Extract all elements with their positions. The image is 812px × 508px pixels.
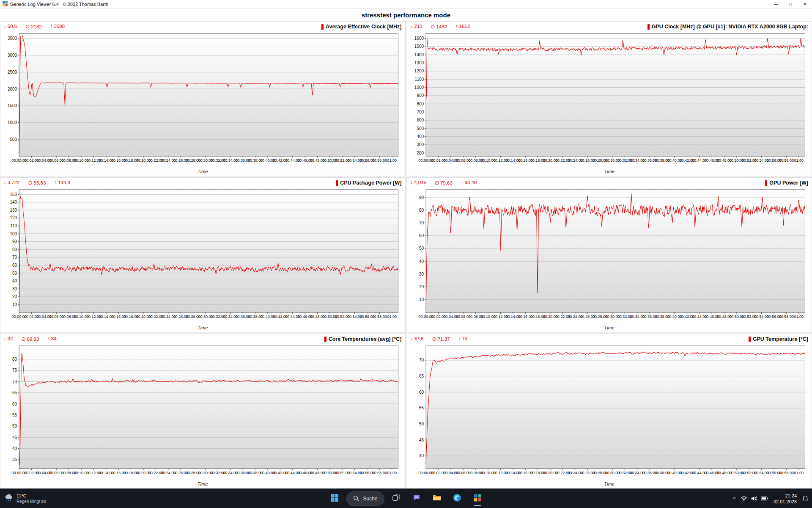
- window-title: Generic Log Viewer 6.4 - © 2022 Thomas B…: [10, 2, 108, 7]
- chart-cpu-package-power: 10203040506070809010011012013014015000:0…: [4, 187, 402, 325]
- svg-text:3000: 3000: [8, 53, 17, 58]
- active-app-icon: [473, 494, 482, 504]
- clock[interactable]: 21:24 02.01.2023: [774, 493, 797, 505]
- legend-color-icon: [749, 337, 751, 342]
- avg-icon: ∅: [431, 24, 435, 29]
- min-arrow-icon: ↓: [411, 24, 413, 29]
- svg-text:00:58:00: 00:58:00: [779, 471, 793, 475]
- svg-text:500: 500: [10, 137, 17, 142]
- panel-gpu-power: ↓4,045 ∅79,63 ↑93,49 GPU Power [W] 10203…: [407, 177, 812, 332]
- panel-average-effective-clock: ↓50,5 ∅2182 ↑3588 Average Effective Cloc…: [0, 21, 406, 176]
- chart-title: GPU Temperature [°C]: [749, 336, 808, 342]
- svg-text:40: 40: [419, 453, 424, 458]
- svg-text:00:58:00: 00:58:00: [372, 158, 387, 163]
- svg-text:50: 50: [12, 271, 17, 276]
- svg-text:1000: 1000: [414, 85, 424, 90]
- svg-text:01:00: 01:00: [387, 471, 397, 475]
- svg-text:1400: 1400: [414, 52, 424, 57]
- svg-text:1600: 1600: [414, 36, 424, 41]
- max-arrow-icon: ↑: [50, 24, 53, 29]
- svg-text:3500: 3500: [8, 36, 17, 41]
- legend-color-icon: [324, 337, 326, 342]
- svg-text:80: 80: [12, 357, 17, 362]
- svg-text:20: 20: [12, 294, 17, 299]
- maximize-button[interactable]: □: [783, 0, 798, 8]
- chart-header: ↓210 ∅1462 ↑1612 GPU Clock [MHz] @ GPU […: [411, 22, 809, 31]
- svg-text:00:58:00: 00:58:00: [372, 315, 387, 319]
- min-arrow-icon: ↓: [4, 180, 6, 185]
- chat-button[interactable]: [408, 490, 425, 507]
- svg-text:900: 900: [417, 93, 424, 98]
- svg-text:70: 70: [419, 221, 424, 225]
- search-box[interactable]: Suche: [346, 491, 384, 506]
- charts-grid: ↓50,5 ∅2182 ↑3588 Average Effective Cloc…: [0, 21, 812, 489]
- svg-text:50: 50: [419, 246, 424, 251]
- edge-browser-button[interactable]: [449, 490, 466, 507]
- stat-min: ↓4,045: [411, 180, 427, 186]
- svg-text:110: 110: [10, 224, 17, 228]
- file-explorer-button[interactable]: [428, 490, 445, 507]
- svg-text:30: 30: [419, 272, 424, 276]
- tray-chevron-icon[interactable]: ^: [733, 496, 735, 501]
- svg-text:10: 10: [419, 297, 424, 302]
- svg-text:70: 70: [12, 379, 17, 384]
- svg-text:40: 40: [12, 279, 17, 283]
- svg-text:1200: 1200: [414, 69, 424, 73]
- task-view-button[interactable]: [388, 490, 405, 507]
- tray-status-icons[interactable]: [741, 496, 768, 502]
- svg-text:55: 55: [419, 406, 424, 410]
- svg-text:130: 130: [10, 208, 17, 213]
- min-arrow-icon: ↓: [4, 24, 6, 29]
- wifi-icon: [741, 496, 747, 502]
- stat-max: ↑3588: [50, 24, 65, 30]
- stat-avg: ∅71,37: [432, 336, 450, 342]
- active-app-button[interactable]: [469, 490, 486, 507]
- svg-text:80: 80: [419, 208, 424, 213]
- chart-header: ↓37,8 ∅71,37 ↑73 GPU Temperature [°C]: [411, 335, 809, 343]
- task-view-icon: [392, 494, 401, 504]
- svg-text:60: 60: [12, 402, 17, 406]
- svg-text:60: 60: [419, 233, 424, 238]
- max-arrow-icon: ↑: [54, 180, 57, 185]
- volume-icon: [751, 496, 757, 502]
- avg-icon: ∅: [432, 337, 436, 342]
- svg-text:40: 40: [12, 446, 17, 451]
- svg-text:150: 150: [10, 192, 17, 197]
- chart-header: ↓50,5 ∅2182 ↑3588 Average Effective Cloc…: [4, 22, 402, 31]
- avg-icon: ∅: [22, 337, 26, 342]
- stat-avg: ∅79,63: [435, 180, 453, 186]
- stat-avg: ∅1462: [431, 24, 447, 30]
- chart-gpu-clock: 2003004005006007008009001000110012001300…: [411, 31, 809, 169]
- chart-title: GPU Clock [MHz] @ GPU [#1]: NVIDIA RTX A…: [647, 24, 808, 30]
- weather-widget[interactable]: 11°C Regen klingt ab: [4, 493, 46, 504]
- stat-max: ↑93,49: [461, 180, 477, 186]
- min-arrow-icon: ↓: [411, 336, 413, 341]
- stat-max: ↑84: [47, 336, 57, 342]
- svg-text:01:00: 01:00: [387, 158, 397, 163]
- svg-text:80: 80: [12, 247, 17, 252]
- svg-text:45: 45: [12, 435, 17, 440]
- stat-min: ↓210: [411, 24, 422, 30]
- start-button[interactable]: [326, 490, 343, 507]
- chart-stats: ↓4,045 ∅79,63 ↑93,49: [411, 180, 477, 186]
- stat-min: ↓32: [4, 336, 13, 342]
- chart-stats: ↓32 ∅69,93 ↑84: [4, 336, 57, 342]
- page-title: stresstest performance mode: [0, 9, 812, 21]
- tray-date: 02.01.2023: [774, 499, 797, 505]
- taskbar: 11°C Regen klingt ab Suche: [0, 489, 812, 508]
- window-titlebar: Generic Log Viewer 6.4 - © 2022 Thomas B…: [0, 0, 812, 9]
- svg-text:90: 90: [12, 239, 17, 244]
- chat-icon: [412, 494, 421, 504]
- x-axis-label: Time: [411, 169, 809, 175]
- svg-text:30: 30: [12, 287, 17, 291]
- svg-text:300: 300: [417, 142, 424, 147]
- x-axis-label: Time: [4, 169, 402, 175]
- svg-text:50: 50: [12, 424, 17, 428]
- x-axis-label: Time: [411, 325, 809, 331]
- notification-bell-icon[interactable]: [802, 495, 809, 502]
- close-button[interactable]: ✕: [798, 0, 812, 8]
- chart-title: CPU Package Power [W]: [336, 180, 401, 186]
- svg-text:00:58:00: 00:58:00: [779, 158, 793, 163]
- minimize-button[interactable]: —: [769, 0, 783, 8]
- svg-text:800: 800: [417, 102, 424, 106]
